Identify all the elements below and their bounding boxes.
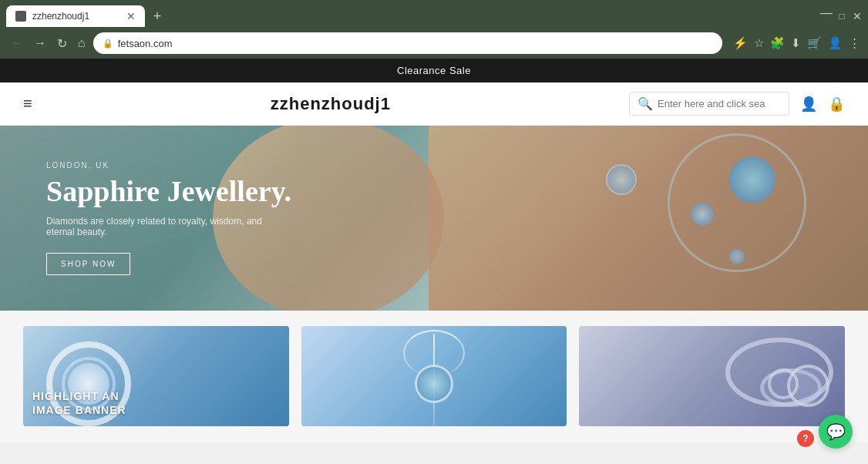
chat-widget[interactable]: 💬 [819, 415, 853, 449]
shop-now-button[interactable]: SHOP NOW [46, 253, 130, 275]
search-bar[interactable]: 🔍 [629, 92, 789, 116]
highlight-card-3[interactable] [579, 326, 845, 426]
highlight-section: HIGHLIGHT ANIMAGE BANNER [0, 311, 868, 442]
lock-icon: 🔒 [103, 39, 113, 49]
search-icon: 🔍 [638, 96, 653, 111]
tab-favicon [15, 11, 26, 22]
site-logo: zzhenzhoudj1 [32, 94, 629, 114]
browser-chrome: zzhenzhoudj1 ✕ + — □ ✕ ← → ↻ ⌂ 🔒 fetsaon… [0, 0, 868, 59]
highlight-card-1-text: HIGHLIGHT ANIMAGE BANNER [32, 389, 126, 417]
maximize-button[interactable]: □ [837, 12, 846, 21]
extensions-icon[interactable]: ⚡ [733, 36, 748, 50]
download-icon[interactable]: ⬇ [791, 36, 801, 50]
hamburger-menu[interactable]: ≡ [23, 95, 32, 113]
website-content: Clearance Sale ≡ zzhenzhoudj1 🔍 👤 🔒 LOND… [0, 59, 868, 442]
tab-title: zzhenzhoudj1 [32, 11, 120, 22]
home-button[interactable]: ⌂ [75, 35, 89, 52]
cart-icon[interactable]: 🛒 [807, 36, 822, 50]
gem-1 [691, 203, 714, 226]
account-icon[interactable]: 👤 [800, 96, 817, 113]
hero-content: LONDON, UK Sapphire Jewellery. Diamonds … [0, 138, 338, 298]
gem-center [729, 156, 775, 203]
profile-icon[interactable]: 👤 [828, 36, 843, 50]
address-bar: ← → ↻ ⌂ 🔒 fetsaon.com ⚡ ☆ 🧩 ⬇ 🛒 👤 ⋮ [0, 28, 868, 59]
back-button[interactable]: ← [8, 35, 26, 52]
hero-location: LONDON, UK [46, 161, 291, 170]
tab-close-button[interactable]: ✕ [126, 11, 136, 22]
hero-banner: LONDON, UK Sapphire Jewellery. Diamonds … [0, 126, 868, 311]
puzzle-icon[interactable]: 🧩 [770, 36, 785, 50]
window-controls: — □ ✕ [822, 8, 862, 24]
hero-title: Sapphire Jewellery. [46, 176, 291, 208]
help-button[interactable]: ? [797, 430, 814, 447]
help-icon: ? [802, 433, 808, 444]
refresh-button[interactable]: ↻ [54, 35, 70, 52]
chat-icon: 💬 [826, 422, 846, 441]
search-input[interactable] [658, 98, 781, 109]
highlight-card-2[interactable] [301, 326, 567, 426]
gem-3 [606, 164, 637, 195]
ring-small [768, 368, 799, 399]
minimize-button[interactable]: — [822, 8, 831, 18]
bookmark-icon[interactable]: ☆ [754, 36, 764, 50]
pendant-gem [415, 365, 453, 403]
gem-2 [729, 249, 745, 264]
hero-subtitle: Diamonds are closely related to royalty,… [46, 216, 262, 237]
highlight-card-1[interactable]: HIGHLIGHT ANIMAGE BANNER [23, 326, 289, 426]
bag-icon[interactable]: 🔒 [828, 96, 845, 113]
address-input[interactable]: 🔒 fetsaon.com [93, 32, 722, 54]
browser-tab[interactable]: zzhenzhoudj1 ✕ [6, 5, 145, 27]
header-actions: 🔍 👤 🔒 [629, 92, 845, 116]
browser-toolbar-icons: ⚡ ☆ 🧩 ⬇ 🛒 👤 ⋮ [733, 36, 860, 50]
announcement-text: Clearance Sale [397, 65, 471, 76]
menu-icon[interactable]: ⋮ [849, 36, 860, 50]
new-tab-button[interactable]: + [148, 7, 167, 25]
address-text: fetsaon.com [118, 38, 173, 49]
tab-bar: zzhenzhoudj1 ✕ + — □ ✕ [0, 0, 868, 28]
forward-button[interactable]: → [31, 35, 49, 52]
close-button[interactable]: ✕ [853, 12, 862, 21]
announcement-bar: Clearance Sale [0, 59, 868, 82]
site-header: ≡ zzhenzhoudj1 🔍 👤 🔒 [0, 82, 868, 126]
